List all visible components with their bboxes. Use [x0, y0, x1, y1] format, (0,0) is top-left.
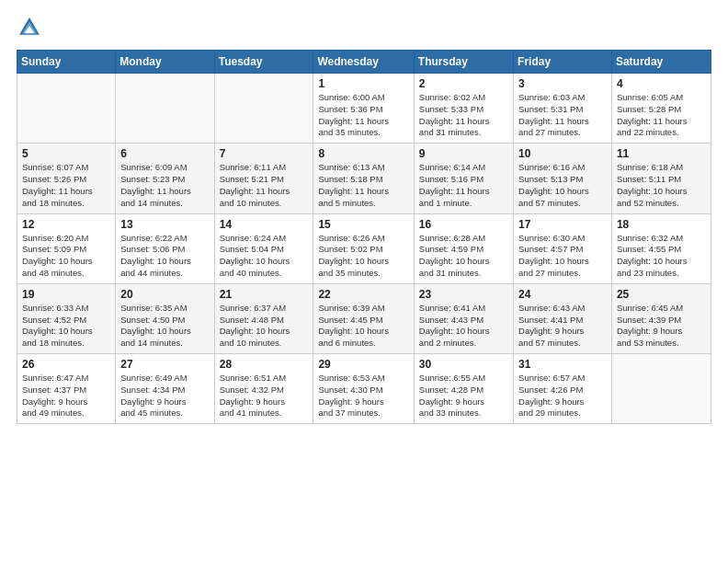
day-number: 5	[22, 147, 110, 160]
day-info: Sunrise: 6:53 AM Sunset: 4:30 PM Dayligh…	[318, 373, 408, 419]
week-row-2: 5Sunrise: 6:07 AM Sunset: 5:26 PM Daylig…	[17, 144, 711, 213]
col-header-friday: Friday	[514, 51, 612, 74]
day-number: 2	[419, 77, 508, 90]
week-row-1: 1Sunrise: 6:00 AM Sunset: 5:36 PM Daylig…	[17, 74, 711, 144]
day-number: 26	[22, 358, 110, 371]
day-cell: 31Sunrise: 6:57 AM Sunset: 4:26 PM Dayli…	[514, 354, 612, 424]
col-header-saturday: Saturday	[611, 51, 711, 74]
day-cell	[17, 74, 116, 144]
calendar-table: SundayMondayTuesdayWednesdayThursdayFrid…	[17, 50, 711, 424]
day-cell: 23Sunrise: 6:41 AM Sunset: 4:43 PM Dayli…	[414, 283, 513, 353]
logo-icon	[17, 15, 42, 40]
week-row-5: 26Sunrise: 6:47 AM Sunset: 4:37 PM Dayli…	[17, 354, 711, 424]
day-cell: 4Sunrise: 6:05 AM Sunset: 5:28 PM Daylig…	[611, 74, 711, 144]
day-number: 27	[120, 358, 209, 371]
day-cell: 15Sunrise: 6:26 AM Sunset: 5:02 PM Dayli…	[313, 213, 414, 283]
day-number: 12	[22, 218, 110, 231]
day-cell: 5Sunrise: 6:07 AM Sunset: 5:26 PM Daylig…	[17, 144, 116, 213]
day-number: 3	[518, 77, 607, 90]
logo	[17, 15, 47, 40]
day-cell	[611, 354, 711, 424]
day-cell: 29Sunrise: 6:53 AM Sunset: 4:30 PM Dayli…	[313, 354, 414, 424]
day-cell: 24Sunrise: 6:43 AM Sunset: 4:41 PM Dayli…	[514, 283, 612, 353]
week-row-4: 19Sunrise: 6:33 AM Sunset: 4:52 PM Dayli…	[17, 283, 711, 353]
day-info: Sunrise: 6:22 AM Sunset: 5:06 PM Dayligh…	[120, 233, 209, 280]
day-info: Sunrise: 6:30 AM Sunset: 4:57 PM Dayligh…	[518, 233, 607, 280]
day-cell: 11Sunrise: 6:18 AM Sunset: 5:11 PM Dayli…	[611, 144, 711, 213]
day-number: 14	[220, 218, 309, 231]
day-cell: 22Sunrise: 6:39 AM Sunset: 4:45 PM Dayli…	[313, 283, 414, 353]
day-cell: 9Sunrise: 6:14 AM Sunset: 5:16 PM Daylig…	[414, 144, 513, 213]
day-info: Sunrise: 6:28 AM Sunset: 4:59 PM Dayligh…	[419, 233, 508, 280]
day-cell: 27Sunrise: 6:49 AM Sunset: 4:34 PM Dayli…	[116, 354, 214, 424]
day-cell: 21Sunrise: 6:37 AM Sunset: 4:48 PM Dayli…	[214, 283, 313, 353]
day-info: Sunrise: 6:03 AM Sunset: 5:31 PM Dayligh…	[518, 92, 607, 139]
day-cell	[214, 74, 313, 144]
day-number: 24	[518, 288, 607, 301]
day-info: Sunrise: 6:41 AM Sunset: 4:43 PM Dayligh…	[419, 303, 508, 350]
day-number: 1	[318, 77, 408, 90]
day-info: Sunrise: 6:32 AM Sunset: 4:55 PM Dayligh…	[617, 233, 706, 280]
day-cell: 14Sunrise: 6:24 AM Sunset: 5:04 PM Dayli…	[214, 213, 313, 283]
day-cell	[116, 74, 214, 144]
day-number: 4	[617, 77, 706, 90]
day-cell: 28Sunrise: 6:51 AM Sunset: 4:32 PM Dayli…	[214, 354, 313, 424]
day-number: 15	[318, 218, 408, 231]
day-info: Sunrise: 6:16 AM Sunset: 5:13 PM Dayligh…	[518, 162, 607, 209]
day-number: 30	[419, 358, 508, 371]
day-number: 13	[120, 218, 209, 231]
day-info: Sunrise: 6:47 AM Sunset: 4:37 PM Dayligh…	[22, 373, 110, 419]
day-number: 10	[518, 147, 607, 160]
col-header-thursday: Thursday	[414, 51, 513, 74]
day-number: 11	[617, 147, 706, 160]
day-info: Sunrise: 6:49 AM Sunset: 4:34 PM Dayligh…	[120, 373, 209, 419]
day-info: Sunrise: 6:05 AM Sunset: 5:28 PM Dayligh…	[617, 92, 706, 139]
day-number: 8	[318, 147, 408, 160]
day-info: Sunrise: 6:11 AM Sunset: 5:21 PM Dayligh…	[220, 162, 309, 209]
day-info: Sunrise: 6:02 AM Sunset: 5:33 PM Dayligh…	[419, 92, 508, 139]
week-row-3: 12Sunrise: 6:20 AM Sunset: 5:09 PM Dayli…	[17, 213, 711, 283]
header	[17, 15, 711, 40]
day-cell: 25Sunrise: 6:45 AM Sunset: 4:39 PM Dayli…	[611, 283, 711, 353]
day-cell: 20Sunrise: 6:35 AM Sunset: 4:50 PM Dayli…	[116, 283, 214, 353]
day-cell: 3Sunrise: 6:03 AM Sunset: 5:31 PM Daylig…	[514, 74, 612, 144]
day-info: Sunrise: 6:37 AM Sunset: 4:48 PM Dayligh…	[220, 303, 309, 350]
col-header-sunday: Sunday	[17, 51, 116, 74]
day-cell: 17Sunrise: 6:30 AM Sunset: 4:57 PM Dayli…	[514, 213, 612, 283]
day-info: Sunrise: 6:00 AM Sunset: 5:36 PM Dayligh…	[318, 92, 408, 139]
day-cell: 13Sunrise: 6:22 AM Sunset: 5:06 PM Dayli…	[116, 213, 214, 283]
day-cell: 16Sunrise: 6:28 AM Sunset: 4:59 PM Dayli…	[414, 213, 513, 283]
day-cell: 19Sunrise: 6:33 AM Sunset: 4:52 PM Dayli…	[17, 283, 116, 353]
day-info: Sunrise: 6:20 AM Sunset: 5:09 PM Dayligh…	[22, 233, 110, 280]
col-header-wednesday: Wednesday	[313, 51, 414, 74]
calendar-header-row: SundayMondayTuesdayWednesdayThursdayFrid…	[17, 51, 711, 74]
day-number: 18	[617, 218, 706, 231]
day-number: 20	[120, 288, 209, 301]
day-cell: 6Sunrise: 6:09 AM Sunset: 5:23 PM Daylig…	[116, 144, 214, 213]
day-number: 17	[518, 218, 607, 231]
day-cell: 30Sunrise: 6:55 AM Sunset: 4:28 PM Dayli…	[414, 354, 513, 424]
day-number: 22	[318, 288, 408, 301]
day-number: 25	[617, 288, 706, 301]
day-number: 23	[419, 288, 508, 301]
day-number: 29	[318, 358, 408, 371]
day-info: Sunrise: 6:07 AM Sunset: 5:26 PM Dayligh…	[22, 162, 110, 209]
day-info: Sunrise: 6:33 AM Sunset: 4:52 PM Dayligh…	[22, 303, 110, 350]
day-cell: 7Sunrise: 6:11 AM Sunset: 5:21 PM Daylig…	[214, 144, 313, 213]
day-cell: 26Sunrise: 6:47 AM Sunset: 4:37 PM Dayli…	[17, 354, 116, 424]
day-cell: 12Sunrise: 6:20 AM Sunset: 5:09 PM Dayli…	[17, 213, 116, 283]
day-number: 21	[220, 288, 309, 301]
day-cell: 2Sunrise: 6:02 AM Sunset: 5:33 PM Daylig…	[414, 74, 513, 144]
day-number: 19	[22, 288, 110, 301]
day-info: Sunrise: 6:51 AM Sunset: 4:32 PM Dayligh…	[220, 373, 309, 419]
day-cell: 1Sunrise: 6:00 AM Sunset: 5:36 PM Daylig…	[313, 74, 414, 144]
day-number: 6	[120, 147, 209, 160]
day-info: Sunrise: 6:09 AM Sunset: 5:23 PM Dayligh…	[120, 162, 209, 209]
day-info: Sunrise: 6:43 AM Sunset: 4:41 PM Dayligh…	[518, 303, 607, 350]
day-info: Sunrise: 6:13 AM Sunset: 5:18 PM Dayligh…	[318, 162, 408, 209]
day-info: Sunrise: 6:14 AM Sunset: 5:16 PM Dayligh…	[419, 162, 508, 209]
day-number: 9	[419, 147, 508, 160]
page: SundayMondayTuesdayWednesdayThursdayFrid…	[0, 0, 728, 563]
day-info: Sunrise: 6:26 AM Sunset: 5:02 PM Dayligh…	[318, 233, 408, 280]
day-info: Sunrise: 6:57 AM Sunset: 4:26 PM Dayligh…	[518, 373, 607, 419]
